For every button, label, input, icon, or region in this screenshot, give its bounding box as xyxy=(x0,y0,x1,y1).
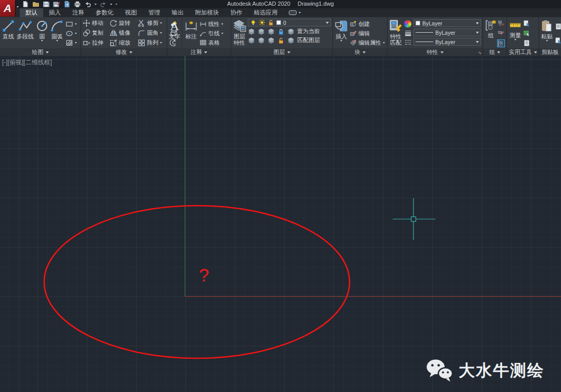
move-tool[interactable]: 移动 xyxy=(83,19,110,27)
rotate-tool[interactable]: 旋转 xyxy=(110,19,138,27)
new-file-icon[interactable] xyxy=(22,1,29,8)
save-as-icon[interactable] xyxy=(53,1,60,8)
panel-label-annotation[interactable]: 注释 xyxy=(167,48,231,56)
select-all-icon[interactable] xyxy=(523,30,530,37)
ellipse-tool[interactable] xyxy=(65,30,77,37)
app-menu-caret-icon[interactable] xyxy=(17,6,19,8)
panel-label-layers[interactable]: 图层 xyxy=(231,48,332,56)
layer-thaw-all-icon[interactable] xyxy=(258,37,265,44)
edit-attributes-tool[interactable]: 编辑属性 xyxy=(350,39,385,47)
leader-caret-icon xyxy=(221,33,223,34)
layer-select-dropdown[interactable]: 0 xyxy=(248,19,331,26)
ellipse-entity[interactable] xyxy=(44,206,350,358)
object-color-swatch xyxy=(416,21,420,25)
text-tool[interactable]: A 文字 xyxy=(169,18,180,48)
circle-tool[interactable]: 圆 xyxy=(35,18,49,48)
plot-icon[interactable] xyxy=(74,1,81,8)
measure-tool[interactable]: 测量 xyxy=(509,18,522,48)
undo-icon[interactable] xyxy=(84,1,91,8)
tab-parametric[interactable]: 参数化 xyxy=(90,8,119,17)
lineweight-dropdown-caret-icon xyxy=(476,32,479,34)
panel-label-properties[interactable]: 特性 ⇘ xyxy=(388,48,483,56)
group-edit-icon[interactable] xyxy=(498,30,504,36)
lineweight-value: ByLayer xyxy=(435,30,456,36)
tab-annotate[interactable]: 注释 xyxy=(66,8,90,17)
ribbon-display-toggle[interactable] xyxy=(289,8,301,17)
stretch-tool[interactable]: 拉伸 xyxy=(83,39,110,47)
linetype-dropdown[interactable]: ByLayer xyxy=(413,38,481,46)
layer-isolate-icon[interactable] xyxy=(248,28,255,35)
paste-tool[interactable]: 粘贴 xyxy=(541,18,553,48)
open-file-icon[interactable] xyxy=(32,1,39,8)
polyline-tool[interactable]: 多段线 xyxy=(17,18,34,48)
group-selection-toggle-icon[interactable] xyxy=(498,40,504,47)
layer-freeze-icon[interactable] xyxy=(258,28,265,35)
quick-calc-icon[interactable] xyxy=(523,39,530,47)
color-wheel-icon[interactable] xyxy=(404,20,411,28)
fillet-tool[interactable]: 圆角 xyxy=(138,29,168,37)
insert-block-tool[interactable]: 插入 xyxy=(335,18,348,48)
save-icon[interactable] xyxy=(43,1,50,8)
app-logo[interactable]: A xyxy=(0,0,16,17)
layer-unlock-all-icon[interactable] xyxy=(277,37,285,44)
panel-label-clipboard[interactable]: 剪贴板 xyxy=(539,48,561,56)
tab-insert[interactable]: 插入 xyxy=(43,8,66,17)
hatch-tool[interactable] xyxy=(65,39,77,47)
layer-lock-icon[interactable] xyxy=(277,28,285,35)
layer-properties-tool[interactable]: 图层 特性 xyxy=(233,18,246,48)
panel-label-modify[interactable]: 修改 xyxy=(81,48,167,56)
layer-on-all-icon[interactable] xyxy=(268,37,275,44)
set-current-label[interactable]: 置为当前 xyxy=(297,28,320,35)
create-block-tool[interactable]: 创建 xyxy=(350,20,385,28)
object-color-value: ByLayer xyxy=(422,20,443,26)
redo-caret-icon[interactable] xyxy=(110,4,112,5)
array-tool[interactable]: 阵列 xyxy=(138,39,168,47)
drawing-canvas[interactable]: [-][俯视][二维线框] ? xyxy=(0,56,561,392)
layer-unisolate-icon[interactable] xyxy=(248,37,255,44)
tab-view[interactable]: 视图 xyxy=(119,8,143,17)
match-properties-tool[interactable]: 特性 匹配 xyxy=(389,18,403,48)
line-tool[interactable]: 直线 xyxy=(2,18,15,48)
lineweight-dropdown[interactable]: ByLayer xyxy=(413,29,481,36)
linear-dimension-tool[interactable]: 线性 xyxy=(199,20,223,28)
panel-caret-icon xyxy=(363,51,366,53)
tab-manage[interactable]: 管理 xyxy=(143,8,166,17)
group-tool[interactable]: 组 xyxy=(485,18,497,48)
undo-caret-icon[interactable] xyxy=(95,4,97,5)
mirror-tool[interactable]: 镜像 xyxy=(110,29,138,37)
trim-tool[interactable]: 修剪 xyxy=(138,19,168,27)
match-layer-label[interactable]: 匹配图层 xyxy=(297,36,320,44)
lineweight-icon[interactable] xyxy=(404,29,412,37)
export-icon[interactable] xyxy=(63,1,71,8)
qat-customize-caret-icon[interactable] xyxy=(115,4,117,5)
panel-label-group[interactable]: 组 xyxy=(483,48,506,56)
ungroup-icon[interactable] xyxy=(498,20,504,26)
layer-make-current-icon[interactable] xyxy=(287,28,295,35)
tab-featured-apps[interactable]: 精选应用 xyxy=(248,8,284,17)
arc-tool[interactable]: 圆弧 xyxy=(50,18,64,48)
layer-off-icon[interactable] xyxy=(268,28,275,35)
quick-select-icon[interactable] xyxy=(523,20,530,27)
tab-default[interactable]: 默认 xyxy=(20,8,43,17)
redo-icon[interactable] xyxy=(100,1,107,8)
tab-collaborate[interactable]: 协作 xyxy=(225,8,248,17)
panel-label-utilities[interactable]: 实用工具 xyxy=(507,48,539,56)
tab-output[interactable]: 输出 xyxy=(166,8,190,17)
dimension-tool[interactable]: 标注 xyxy=(182,18,198,48)
rectangle-tool[interactable] xyxy=(65,20,77,28)
linetype-icon[interactable] xyxy=(404,38,412,46)
edit-block-tool[interactable]: 编辑 xyxy=(350,30,385,37)
cut-icon[interactable] xyxy=(555,23,561,30)
leader-tool[interactable]: 引线 xyxy=(199,30,223,37)
layer-match-icon[interactable] xyxy=(287,37,295,44)
table-tool[interactable]: 表格 xyxy=(199,39,223,47)
copy-tool[interactable]: 复制 xyxy=(83,29,110,37)
dialog-launcher-icon[interactable]: ⇘ xyxy=(478,51,482,55)
object-color-dropdown[interactable]: ByLayer xyxy=(413,19,481,27)
panel-label-block[interactable]: 块 xyxy=(333,48,387,56)
tab-addins[interactable]: 附加模块 xyxy=(190,8,225,17)
panel-label-draw[interactable]: 绘图 xyxy=(0,48,81,56)
scale-tool[interactable]: 缩放 xyxy=(110,39,138,47)
copy-clip-icon[interactable] xyxy=(555,37,561,44)
question-mark-text-entity[interactable]: ? xyxy=(199,266,209,284)
